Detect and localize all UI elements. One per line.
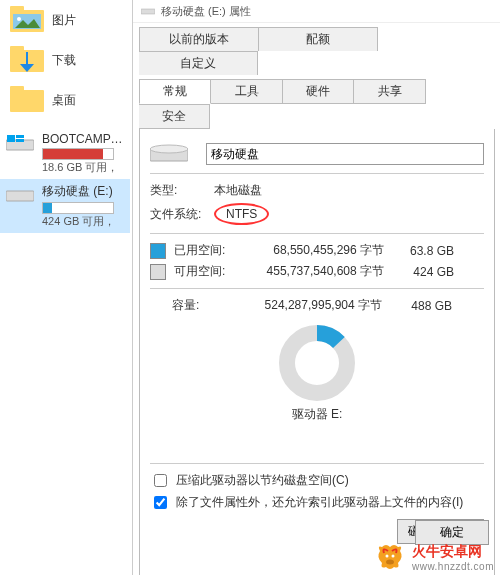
general-pane: 类型: 本地磁盘 文件系统: NTFS 已用空间: 68,550,455,296… <box>139 129 495 575</box>
tab-hardware[interactable]: 硬件 <box>283 79 354 104</box>
svg-rect-9 <box>7 135 15 142</box>
free-swatch <box>150 264 166 280</box>
svg-rect-11 <box>16 139 24 142</box>
svg-rect-12 <box>6 191 34 201</box>
svg-rect-10 <box>16 135 24 138</box>
watermark-text: 火牛安卓网 <box>412 543 482 559</box>
filesystem-label: 文件系统: <box>150 206 214 223</box>
watermark-url: www.hnzzdt.com <box>412 561 494 572</box>
folder-label: 下载 <box>52 52 76 69</box>
type-value: 本地磁盘 <box>214 182 484 199</box>
explorer-sidebar: 图片 下载 桌面 BOOTCAMP (C:) 18.6 GB 可用， 移 <box>0 0 130 575</box>
tab-general[interactable]: 常规 <box>139 79 211 104</box>
used-human: 63.8 GB <box>394 244 454 258</box>
free-human: 424 GB <box>394 265 454 279</box>
drive-icon <box>6 134 34 154</box>
disk-icon <box>150 143 188 165</box>
capacity-human: 488 GB <box>392 299 452 313</box>
svg-rect-7 <box>10 86 24 94</box>
used-label: 已用空间: <box>174 242 234 259</box>
folder-label: 桌面 <box>52 92 76 109</box>
watermark: 火牛安卓网 www.hnzzdt.com <box>374 541 494 573</box>
compress-checkbox-row[interactable]: 压缩此驱动器以节约磁盘空间(C) <box>150 472 484 490</box>
pictures-folder-icon <box>10 6 44 34</box>
compress-label: 压缩此驱动器以节约磁盘空间(C) <box>176 472 349 489</box>
svg-rect-5 <box>10 46 24 54</box>
desktop-folder-icon <box>10 86 44 114</box>
tab-security[interactable]: 安全 <box>139 104 210 129</box>
downloads-folder-icon <box>10 46 44 74</box>
used-bytes: 68,550,455,296 字节 <box>234 242 384 259</box>
dialog-title: 移动硬盘 (E:) 属性 <box>161 4 251 19</box>
drive-sub: 424 GB 可用， <box>42 214 124 229</box>
compress-checkbox[interactable] <box>154 474 167 487</box>
volume-name-input[interactable] <box>206 143 484 165</box>
free-bytes: 455,737,540,608 字节 <box>234 263 384 280</box>
tab-row-bottom: 常规 工具 硬件 共享 安全 <box>139 79 495 129</box>
index-checkbox[interactable] <box>154 496 167 509</box>
svg-point-15 <box>150 145 188 153</box>
drive-letter-label: 驱动器 E: <box>150 406 484 423</box>
properties-dialog: 移动硬盘 (E:) 属性 以前的版本 配额 自定义 常规 工具 硬件 共享 安全… <box>132 0 500 575</box>
capacity-label: 容量: <box>172 297 232 314</box>
folder-downloads[interactable]: 下载 <box>0 40 130 80</box>
drive-name: BOOTCAMP (C:) <box>42 132 124 146</box>
filesystem-value: NTFS <box>214 203 269 225</box>
drive-icon <box>141 5 155 17</box>
tab-sharing[interactable]: 共享 <box>354 79 425 104</box>
drive-removable[interactable]: 移动硬盘 (E:) 424 GB 可用， <box>0 179 130 233</box>
folder-pictures[interactable]: 图片 <box>0 0 130 40</box>
type-label: 类型: <box>150 182 214 199</box>
free-label: 可用空间: <box>174 263 234 280</box>
drive-sub: 18.6 GB 可用， <box>42 160 124 175</box>
dialog-titlebar: 移动硬盘 (E:) 属性 <box>133 0 500 23</box>
drive-icon <box>6 185 34 205</box>
tab-previous-versions[interactable]: 以前的版本 <box>139 27 259 51</box>
capacity-bytes: 524,287,995,904 字节 <box>232 297 382 314</box>
svg-point-18 <box>385 555 388 558</box>
tab-customize[interactable]: 自定义 <box>139 51 258 75</box>
usage-donut <box>150 324 484 402</box>
folder-label: 图片 <box>52 12 76 29</box>
space-bar <box>42 202 114 214</box>
bull-logo-icon <box>374 541 406 573</box>
drive-bootcamp[interactable]: BOOTCAMP (C:) 18.6 GB 可用， <box>0 128 130 179</box>
space-bar <box>42 148 114 160</box>
tab-tools[interactable]: 工具 <box>211 79 282 104</box>
svg-rect-1 <box>10 6 24 14</box>
svg-point-20 <box>386 560 394 565</box>
index-label: 除了文件属性外，还允许索引此驱动器上文件的内容(I) <box>176 494 463 511</box>
svg-point-3 <box>17 17 21 21</box>
tab-quota[interactable]: 配额 <box>259 27 378 51</box>
tab-row-top: 以前的版本 配额 自定义 <box>139 27 495 75</box>
drive-name: 移动硬盘 (E:) <box>42 183 124 200</box>
svg-rect-13 <box>141 9 155 14</box>
folder-desktop[interactable]: 桌面 <box>0 80 130 120</box>
svg-point-19 <box>391 555 394 558</box>
index-checkbox-row[interactable]: 除了文件属性外，还允许索引此驱动器上文件的内容(I) <box>150 494 484 512</box>
used-swatch <box>150 243 166 259</box>
